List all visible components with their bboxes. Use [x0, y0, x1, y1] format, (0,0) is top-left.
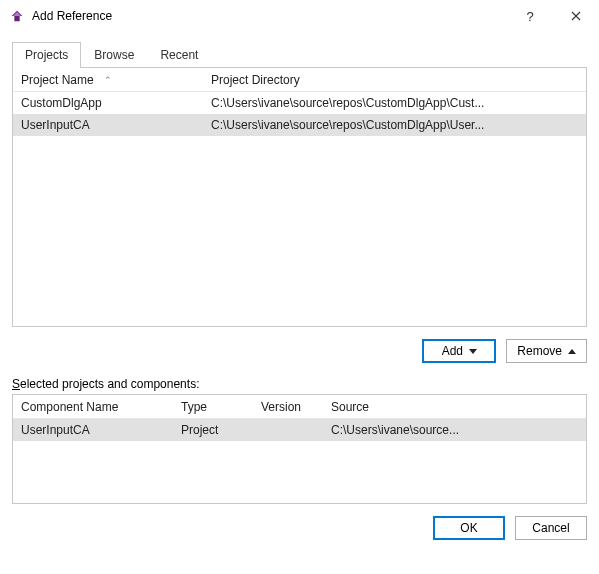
chevron-down-icon: [469, 349, 477, 354]
remove-button[interactable]: Remove: [506, 339, 587, 363]
project-dir-cell: C:\Users\ivane\source\repos\CustomDlgApp…: [205, 96, 586, 110]
component-source-cell: C:\Users\ivane\source...: [325, 423, 586, 437]
col-header-project-dir-label: Project Directory: [211, 73, 300, 87]
projects-grid-body[interactable]: CustomDlgAppC:\Users\ivane\source\repos\…: [13, 92, 586, 326]
component-type-cell: Project: [175, 423, 255, 437]
project-dir-cell: C:\Users\ivane\source\repos\CustomDlgApp…: [205, 118, 586, 132]
col-header-project-name-label: Project Name: [21, 73, 94, 87]
selected-components-label: Selected projects and components:: [12, 377, 199, 391]
add-button[interactable]: Add: [422, 339, 496, 363]
selected-grid-body[interactable]: UserInputCAProjectC:\Users\ivane\source.…: [13, 419, 586, 503]
sort-asc-icon: ⌃: [104, 75, 112, 85]
selected-grid-header: Component Name Type Version Source: [13, 395, 586, 419]
chevron-up-icon: [568, 349, 576, 354]
col-header-project-dir[interactable]: Project Directory: [205, 73, 586, 87]
projects-grid: Project Name ⌃ Project Directory CustomD…: [12, 67, 587, 327]
tabs: Projects Browse Recent: [12, 42, 587, 68]
selected-component-row[interactable]: UserInputCAProjectC:\Users\ivane\source.…: [13, 419, 586, 441]
remove-button-label: Remove: [517, 344, 562, 358]
component-name-cell: UserInputCA: [15, 423, 175, 437]
window-title: Add Reference: [32, 9, 507, 23]
tab-browse[interactable]: Browse: [81, 42, 147, 68]
add-button-label: Add: [442, 344, 463, 358]
help-button[interactable]: ?: [507, 0, 553, 32]
col-header-source[interactable]: Source: [325, 400, 586, 414]
title-bar: Add Reference ?: [0, 0, 599, 32]
tab-projects[interactable]: Projects: [12, 42, 81, 68]
col-header-project-name[interactable]: Project Name ⌃: [15, 73, 205, 87]
project-name-cell: CustomDlgApp: [15, 96, 205, 110]
tab-recent[interactable]: Recent: [147, 42, 211, 68]
app-icon: [8, 7, 26, 25]
ok-button[interactable]: OK: [433, 516, 505, 540]
project-name-cell: UserInputCA: [15, 118, 205, 132]
projects-grid-header: Project Name ⌃ Project Directory: [13, 68, 586, 92]
project-row[interactable]: UserInputCAC:\Users\ivane\source\repos\C…: [13, 114, 586, 136]
col-header-type[interactable]: Type: [175, 400, 255, 414]
project-row[interactable]: CustomDlgAppC:\Users\ivane\source\repos\…: [13, 92, 586, 114]
col-header-version[interactable]: Version: [255, 400, 325, 414]
selected-grid: Component Name Type Version Source UserI…: [12, 394, 587, 504]
cancel-button[interactable]: Cancel: [515, 516, 587, 540]
close-button[interactable]: [553, 0, 599, 32]
col-header-component-name[interactable]: Component Name: [15, 400, 175, 414]
